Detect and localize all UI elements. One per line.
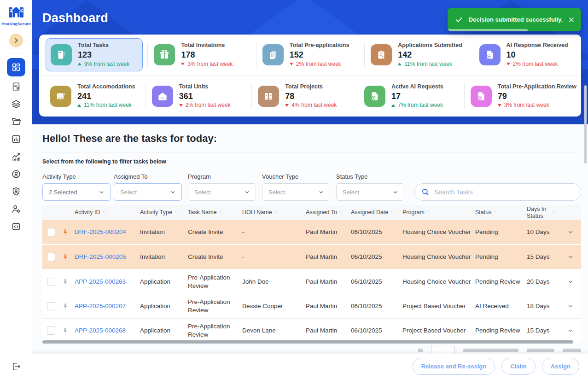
sort-icon[interactable] [426,210,431,215]
sort-icon[interactable] [219,210,223,215]
sidebar-item-security[interactable] [7,183,25,200]
stat-card-total-accomodations[interactable]: Total Accomodations 241 11% from last we… [39,76,146,117]
table-row[interactable]: DRF-2025-000205 Invitation Create Invite… [42,245,581,270]
pin-icon[interactable] [58,229,75,236]
vertical-scrollbar[interactable] [584,85,587,163]
sort-icon[interactable] [390,210,395,215]
user-circle-icon [11,169,21,179]
sidebar-collapse-button[interactable] [9,34,23,47]
stat-card-active-ai-requests[interactable]: Active AI Requests 17 7% from last week [358,76,464,117]
stat-trend: 9% from last week [78,61,129,68]
sort-icon[interactable] [493,210,498,215]
activity-type-select[interactable]: 2 Selected [42,183,111,201]
row-expand-chevron[interactable] [563,254,581,260]
program-select[interactable]: Select [188,183,256,201]
success-toast: Decision submitted successfully. [448,8,581,31]
search-tasks-input[interactable] [434,188,574,196]
col-status[interactable]: Status [475,209,527,216]
sidebar-item-dashboard[interactable] [7,58,25,76]
sidebar-item-folders[interactable] [7,113,25,130]
ai-response-doc-icon [479,44,501,65]
app-logo[interactable]: HousingSecure [1,5,31,26]
row-checkbox[interactable] [47,228,55,236]
row-expand-chevron[interactable] [563,279,581,285]
stat-card-total-projects[interactable]: Total Projects 78 4% from last week [251,76,358,117]
assign-button[interactable]: Assign [542,358,579,375]
stat-card-ai-response-received[interactable]: AI Response Received 10 2% from last wee… [473,35,581,75]
status-type-select[interactable]: Select [336,183,404,201]
pin-icon[interactable] [58,279,75,286]
sort-icon[interactable] [102,210,107,215]
table-row[interactable]: APP-2025-000268 Application Pre-Applicat… [42,319,581,343]
logout-icon[interactable] [11,362,21,372]
activity-id-link[interactable]: APP-2025-000268 [75,327,140,335]
pin-icon[interactable] [58,254,75,261]
voucher-type-select[interactable]: Select [262,183,330,201]
stat-card-total-invitations[interactable]: Total Invitations 178 3% from last week [147,35,256,75]
col-hoh-name[interactable]: HOH Name [242,209,306,216]
col-activity-id[interactable]: Activity ID [75,209,140,216]
sidebar-item-users[interactable] [7,166,25,182]
chevron-down-icon [244,189,250,195]
sort-icon[interactable] [274,210,279,215]
stat-card-total-units[interactable]: Total Units 361 2% from last week [146,76,252,117]
horizontal-scrollbar[interactable] [42,340,573,344]
bar-chart-box-icon [11,134,21,144]
sidebar-item-layers[interactable] [7,96,25,112]
pin-icon[interactable] [58,327,75,334]
col-activity-type[interactable]: Activity Type [140,209,188,216]
units-home-icon [152,86,173,107]
stat-card-applications-submitted[interactable]: Applications Submitted 142 11% from last… [364,35,472,75]
activity-id-link[interactable]: APP-2025-000263 [75,278,140,286]
row-expand-chevron[interactable] [563,229,581,235]
sidebar-nav [7,58,25,235]
sort-icon[interactable] [339,210,343,215]
table-row[interactable]: APP-2025-000263 Application Pre-Applicat… [42,270,581,294]
pagination-text-fragment [563,349,581,352]
row-checkbox[interactable] [47,253,55,261]
col-program[interactable]: Program [402,209,475,216]
page-size-select[interactable] [431,346,455,354]
sidebar-item-documents[interactable] [7,78,25,95]
pre-applications-docs-icon [262,44,284,65]
close-icon[interactable] [568,17,575,23]
actions-footer: Release and Re-assign Claim Assign [32,354,588,379]
pin-icon[interactable] [58,303,75,310]
accommodations-image-icon [50,86,71,107]
row-checkbox[interactable] [47,327,55,335]
row-checkbox[interactable] [47,278,55,286]
sidebar-item-developer[interactable] [7,218,25,235]
table-row[interactable]: DRF-2025-000204 Invitation Create Invite… [42,220,581,245]
chevron-down-icon [170,189,176,195]
release-reassign-button[interactable]: Release and Re-assign [413,358,495,375]
pagination-text-fragment [418,349,423,352]
col-days-in-status[interactable]: Days In Status [527,206,563,219]
row-checkbox[interactable] [47,302,55,310]
col-assigned-to[interactable]: Assigned To [306,209,351,216]
chevron-right-icon [13,37,19,44]
claim-button[interactable]: Claim [501,358,535,375]
col-task-name[interactable]: Task Name [188,209,242,216]
sort-icon[interactable] [552,210,556,215]
chevron-down-icon [567,279,574,285]
activity-id-link[interactable]: DRF-2025-000204 [75,228,140,236]
activity-id-link[interactable]: DRF-2025-000205 [75,253,140,261]
row-expand-chevron[interactable] [563,303,581,309]
sidebar-item-user-settings[interactable] [7,201,25,217]
sidebar-item-reports[interactable] [7,131,25,147]
toast-message: Decision submitted successfully. [469,16,563,23]
activity-id-link[interactable]: APP-2025-000207 [75,302,140,310]
stat-card-total-tasks[interactable]: Total Tasks 123 9% from last week [39,35,147,75]
assigned-to-select[interactable]: Select [114,183,182,201]
stat-card-total-pre-application-review[interactable]: Total Pre-Application Review 79 3% from … [464,76,581,117]
row-expand-chevron[interactable] [563,327,581,334]
col-assigned-date[interactable]: Assigned Date [351,209,402,216]
sidebar-item-analytics[interactable] [7,148,25,165]
table-row[interactable]: APP-2025-000207 Application Pre-Applicat… [42,294,581,319]
stat-label: Total Tasks [78,42,129,49]
filter-label-assigned-to: Assigined To [114,173,147,180]
sort-icon[interactable] [174,210,179,215]
stat-card-total-pre-applications[interactable]: Total Pre-applications 152 2% from last … [256,35,364,75]
applications-clipboard-icon [371,44,392,65]
filter-label-voucher-type: Voucher Type [262,173,298,180]
